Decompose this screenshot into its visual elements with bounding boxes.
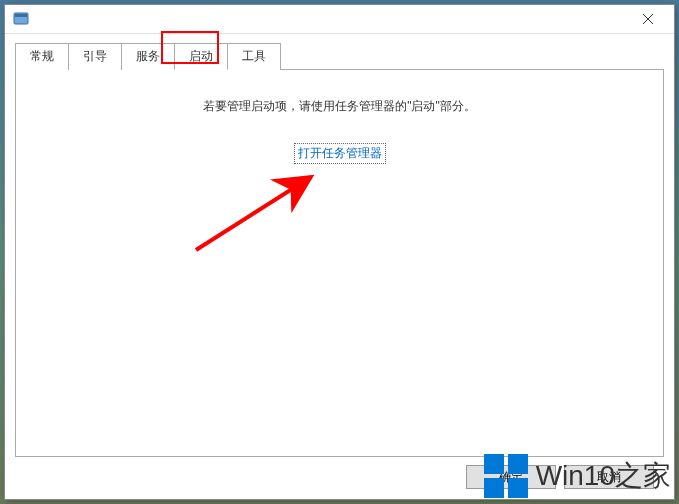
tab-tools[interactable]: 工具 [227,43,281,70]
msconfig-dialog: 常规 引导 服务 启动 工具 若要管理启动项，请使用任务管理器的"启动"部分。 … [4,4,675,500]
app-icon [13,11,29,27]
svg-rect-5 [484,454,504,474]
svg-rect-1 [15,14,27,17]
windows-logo-icon [482,452,530,500]
open-task-manager-link[interactable]: 打开任务管理器 [294,143,386,164]
svg-rect-8 [508,478,528,498]
close-icon [643,14,653,24]
tab-panel-startup: 若要管理启动项，请使用任务管理器的"启动"部分。 打开任务管理器 [15,69,664,457]
annotation-arrow [186,165,346,265]
titlebar [5,5,674,34]
tab-boot[interactable]: 引导 [68,43,122,70]
svg-line-4 [196,177,311,250]
watermark: Win10之家 [482,452,671,500]
tab-general[interactable]: 常规 [15,43,69,70]
svg-rect-7 [484,478,504,498]
watermark-text: Win10之家 [536,457,671,495]
svg-rect-6 [508,454,528,474]
content-area: 常规 引导 服务 启动 工具 若要管理启动项，请使用任务管理器的"启动"部分。 … [5,34,674,499]
close-button[interactable] [626,5,670,33]
tab-startup[interactable]: 启动 [174,43,228,70]
tabbar: 常规 引导 服务 启动 工具 [15,43,664,70]
tab-services[interactable]: 服务 [121,43,175,70]
instruction-text: 若要管理启动项，请使用任务管理器的"启动"部分。 [36,98,643,115]
